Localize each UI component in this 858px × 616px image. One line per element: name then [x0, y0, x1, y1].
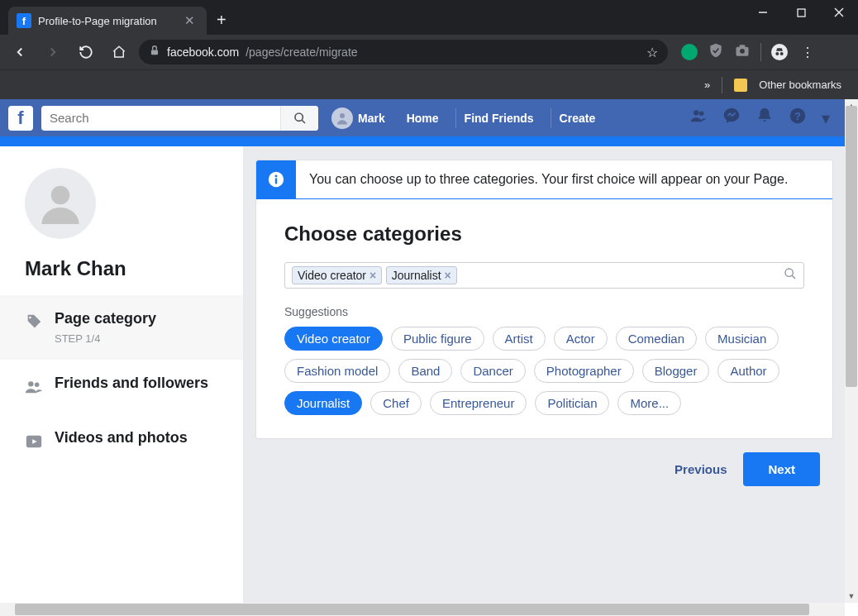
nav-home[interactable]: Home [398, 108, 447, 128]
svg-text:?: ? [794, 110, 801, 122]
browser-tab[interactable]: f Profile-to-Page migration ✕ [8, 7, 207, 35]
viewport: f Mark Home Find Friends Create ? ▾ [0, 99, 858, 616]
suggestion-pill-12[interactable]: Journalist [284, 391, 362, 415]
browser-menu-button[interactable]: ⋮ [794, 45, 821, 60]
suggestion-pill-9[interactable]: Photographer [534, 359, 634, 383]
forward-button[interactable] [40, 39, 66, 65]
maximize-button[interactable] [782, 0, 820, 25]
remove-chip-icon[interactable]: × [445, 269, 451, 282]
bookmark-star-icon[interactable]: ☆ [646, 45, 658, 60]
close-window-button[interactable] [820, 0, 858, 25]
category-input[interactable]: Video creator × Journalist × [284, 262, 804, 289]
suggestion-pill-14[interactable]: Entrepreneur [430, 391, 527, 415]
sidebar-step-0[interactable]: Page category STEP 1/4 [0, 295, 243, 360]
suggestion-pill-10[interactable]: Blogger [642, 359, 710, 383]
avatar-small-icon [331, 107, 353, 129]
svg-line-11 [302, 120, 305, 123]
play-icon [25, 432, 43, 454]
nav-create[interactable]: Create [551, 108, 604, 128]
svg-point-19 [35, 383, 39, 388]
suggestion-pill-16[interactable]: More... [617, 391, 681, 415]
hscroll-thumb[interactable] [15, 604, 809, 615]
suggestion-pill-6[interactable]: Fashion model [284, 359, 390, 383]
suggestions-list: Video creatorPublic figureArtistActorCom… [284, 327, 804, 415]
suggestion-pill-7[interactable]: Band [398, 359, 452, 383]
horizontal-scrollbar[interactable] [0, 603, 845, 616]
footer-actions: Previous Next [255, 439, 833, 486]
profile-link[interactable]: Mark [327, 107, 390, 129]
page-content: f Mark Home Find Friends Create ? ▾ [0, 99, 845, 603]
incognito-icon[interactable] [771, 44, 788, 60]
facebook-search [41, 106, 318, 131]
sidebar-step-1[interactable]: Friends and followers [0, 360, 243, 414]
svg-rect-4 [151, 50, 158, 55]
suggestion-pill-11[interactable]: Author [717, 359, 779, 383]
step-title: Videos and photos [55, 429, 188, 446]
suggestion-pill-8[interactable]: Dancer [460, 359, 525, 383]
svg-rect-24 [275, 178, 277, 184]
suggestion-pill-1[interactable]: Public figure [391, 327, 484, 351]
tab-title: Profile-to-Page migration [38, 15, 174, 27]
next-button[interactable]: Next [743, 452, 820, 486]
extension-icons [681, 42, 788, 62]
main-panel: You can choose up to three categories. Y… [244, 146, 845, 603]
account-dropdown-icon[interactable]: ▾ [822, 108, 830, 128]
shield-extension-icon[interactable] [708, 42, 724, 62]
profile-avatar-icon [25, 168, 96, 239]
browser-titlebar: f Profile-to-Page migration ✕ + [0, 0, 858, 35]
header-profile-name: Mark [358, 112, 385, 125]
url-host: facebook.com [167, 45, 239, 59]
window-controls [744, 0, 858, 35]
friend-requests-icon[interactable] [689, 107, 708, 129]
help-icon[interactable]: ? [789, 107, 807, 129]
messenger-icon[interactable] [722, 107, 741, 129]
step-title: Friends and followers [55, 375, 208, 392]
content-area: Mark Chan Page category STEP 1/4 Friends… [0, 146, 845, 603]
suggestion-pill-15[interactable]: Politician [535, 391, 609, 415]
reload-button[interactable] [73, 39, 99, 65]
sidebar: Mark Chan Page category STEP 1/4 Friends… [0, 146, 244, 603]
search-input[interactable] [41, 111, 280, 125]
suggestion-pill-5[interactable]: Musician [705, 327, 779, 351]
grammarly-extension-icon[interactable] [681, 44, 698, 60]
facebook-favicon-icon: f [17, 13, 31, 28]
svg-point-23 [275, 174, 278, 177]
close-tab-icon[interactable]: ✕ [181, 13, 198, 28]
facebook-logo-icon[interactable]: f [8, 106, 33, 131]
blue-accent-bar [0, 136, 845, 146]
remove-chip-icon[interactable]: × [369, 269, 376, 282]
minimize-button[interactable] [744, 0, 782, 25]
svg-line-26 [792, 275, 795, 279]
previous-button[interactable]: Previous [671, 454, 730, 485]
selected-chip-0: Video creator × [292, 266, 382, 284]
suggestion-pill-0[interactable]: Video creator [284, 327, 383, 351]
suggestion-pill-2[interactable]: Artist [493, 327, 546, 351]
tag-icon [25, 313, 43, 335]
camera-extension-icon[interactable] [734, 42, 751, 62]
search-button[interactable] [280, 106, 318, 131]
address-bar[interactable]: facebook.com/pages/create/migrate ☆ [139, 40, 668, 64]
suggestion-pill-13[interactable]: Chef [370, 391, 422, 415]
suggestion-pill-4[interactable]: Comedian [616, 327, 697, 351]
notifications-icon[interactable] [756, 107, 774, 129]
vertical-scrollbar[interactable]: ▲ ▼ [845, 99, 858, 603]
bookmarks-overflow-icon[interactable]: » [704, 79, 710, 91]
svg-point-14 [699, 112, 704, 117]
svg-point-17 [51, 186, 70, 205]
info-icon [256, 160, 296, 198]
back-button[interactable] [7, 39, 33, 65]
suggestions-label: Suggestions [284, 305, 804, 318]
nav-find-friends[interactable]: Find Friends [455, 108, 542, 128]
home-button[interactable] [106, 39, 132, 65]
other-bookmarks-button[interactable]: Other bookmarks [759, 79, 841, 91]
svg-point-8 [775, 52, 779, 55]
new-tab-button[interactable]: + [207, 6, 236, 35]
url-path: /pages/create/migrate [245, 45, 357, 59]
svg-point-18 [28, 381, 33, 386]
svg-point-6 [740, 49, 745, 54]
scroll-down-icon[interactable]: ▼ [845, 590, 858, 603]
sidebar-step-2[interactable]: Videos and photos [0, 414, 243, 469]
scroll-thumb[interactable] [846, 106, 857, 387]
suggestion-pill-3[interactable]: Actor [554, 327, 608, 351]
people-icon [25, 378, 43, 399]
